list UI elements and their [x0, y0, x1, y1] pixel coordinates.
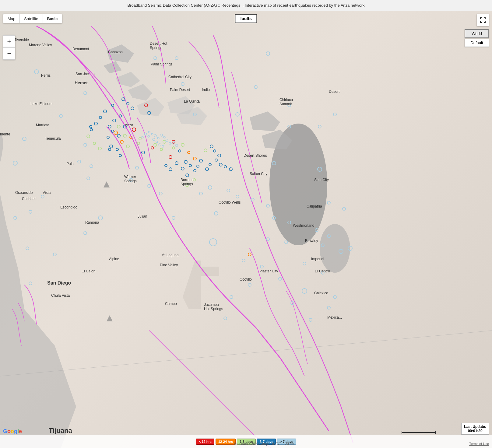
svg-point-19 [172, 147, 175, 149]
svg-point-146 [171, 144, 173, 146]
world-btn[interactable]: World [465, 29, 489, 38]
svg-point-149 [148, 135, 149, 137]
svg-point-54 [119, 115, 121, 117]
svg-point-141 [157, 137, 159, 139]
svg-marker-160 [104, 181, 110, 187]
svg-point-95 [227, 189, 230, 192]
svg-point-86 [78, 160, 81, 163]
terms-of-use-link[interactable]: Terms of Use [469, 442, 489, 446]
svg-point-152 [153, 138, 155, 141]
map-data-text: Map data ©2020 Google, INEGI [234, 442, 281, 446]
svg-point-24 [87, 135, 90, 138]
svg-point-143 [163, 136, 165, 138]
svg-point-118 [321, 271, 324, 274]
svg-point-76 [181, 82, 184, 86]
svg-point-70 [209, 163, 211, 166]
svg-point-66 [215, 159, 217, 161]
svg-point-129 [29, 282, 32, 285]
google-logo: Google [3, 428, 22, 435]
svg-point-12 [248, 253, 251, 256]
svg-point-55 [104, 110, 107, 113]
map-container: San Bernardino Riverside Moreno Valley B… [0, 11, 492, 448]
svg-point-48 [181, 167, 184, 170]
svg-point-74 [175, 57, 178, 60]
svg-point-67 [219, 163, 222, 166]
svg-point-88 [87, 177, 90, 180]
svg-point-78 [288, 104, 291, 107]
svg-point-28 [193, 179, 195, 181]
svg-point-113 [285, 241, 288, 244]
svg-point-47 [194, 170, 196, 172]
google-g2: g [14, 428, 17, 434]
svg-point-64 [213, 150, 216, 152]
svg-point-5 [151, 147, 153, 149]
svg-point-23 [204, 149, 207, 152]
svg-point-153 [156, 141, 158, 143]
svg-point-91 [148, 184, 151, 187]
faults-btn[interactable]: faults [235, 14, 257, 23]
zoom-out-btn[interactable]: − [3, 47, 15, 60]
svg-point-120 [242, 259, 245, 262]
svg-point-145 [169, 142, 171, 144]
svg-point-87 [90, 165, 93, 168]
default-btn[interactable]: Default [465, 39, 489, 47]
svg-point-29 [108, 125, 111, 128]
svg-point-69 [229, 168, 232, 171]
svg-point-155 [162, 145, 164, 147]
basic-btn[interactable]: Basic [43, 15, 62, 23]
svg-marker-161 [107, 315, 113, 321]
zoom-in-btn[interactable]: + [3, 35, 15, 47]
svg-point-139 [151, 133, 153, 135]
svg-point-92 [159, 192, 162, 195]
svg-point-20 [181, 143, 184, 146]
svg-point-17 [160, 148, 163, 151]
page-title-bar: Broadband Seismic Data Collection Center… [0, 0, 492, 11]
svg-point-41 [197, 165, 199, 167]
map-attribution: Map data ©2020 Google, INEGI 20 km [234, 442, 294, 446]
svg-point-40 [175, 162, 178, 165]
svg-line-159 [0, 331, 492, 376]
fullscreen-btn[interactable] [477, 14, 489, 26]
svg-point-148 [175, 144, 178, 147]
svg-point-11 [188, 151, 190, 154]
page-title: Broadband Seismic Data Collection Center… [128, 3, 365, 8]
svg-point-22 [126, 145, 129, 148]
svg-point-142 [160, 134, 163, 136]
svg-point-72 [23, 137, 26, 141]
svg-point-138 [148, 131, 150, 133]
svg-point-10 [193, 157, 196, 160]
svg-point-122 [26, 247, 29, 250]
svg-point-124 [302, 289, 307, 293]
svg-point-26 [98, 147, 101, 150]
svg-point-49 [189, 164, 192, 167]
svg-point-84 [59, 114, 62, 117]
svg-point-93 [199, 192, 202, 195]
svg-point-100 [343, 207, 346, 210]
svg-point-154 [159, 144, 161, 146]
svg-point-119 [279, 277, 282, 280]
svg-point-33 [110, 145, 113, 148]
svg-point-123 [14, 216, 17, 219]
svg-point-53 [113, 119, 116, 122]
svg-point-104 [172, 216, 175, 219]
svg-point-97 [251, 198, 254, 201]
svg-point-90 [129, 178, 132, 181]
svg-point-101 [41, 195, 44, 198]
svg-point-112 [266, 238, 269, 241]
svg-point-99 [327, 201, 330, 204]
svg-point-15 [139, 138, 141, 140]
svg-point-103 [98, 216, 103, 220]
svg-point-43 [165, 164, 167, 167]
svg-point-71 [34, 70, 39, 74]
svg-point-62 [90, 125, 92, 128]
svg-point-44 [199, 159, 202, 162]
svg-point-58 [127, 103, 129, 105]
legend-12-24hrs-label: 12-24 hrs [218, 440, 233, 443]
map-btn[interactable]: Map [3, 15, 19, 23]
svg-point-46 [186, 174, 189, 177]
svg-point-6 [169, 156, 172, 159]
svg-point-45 [119, 154, 121, 157]
svg-point-68 [224, 166, 227, 168]
google-o1: o [7, 428, 11, 434]
satellite-btn[interactable]: Satellite [20, 15, 42, 23]
